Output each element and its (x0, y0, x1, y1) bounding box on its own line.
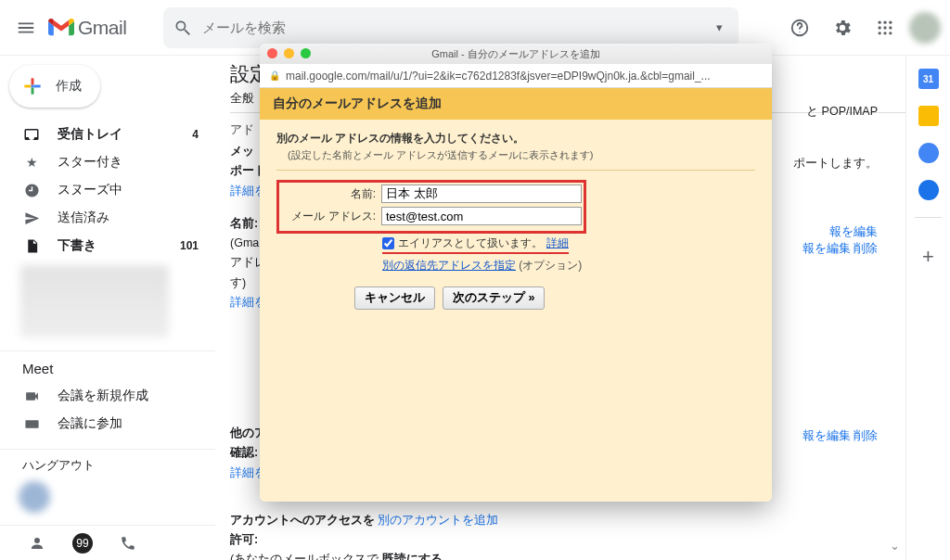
mailbox-link: 既読にする (382, 553, 443, 560)
dialog-titlebar: Gmail - 自分のメールアドレスを追加 (260, 44, 772, 64)
sidebar-item-drafts[interactable]: 下書き 101 (0, 232, 215, 260)
account-access-label: アカウントへのアクセスを (230, 514, 375, 527)
keep-icon[interactable] (918, 106, 939, 126)
search-options-icon[interactable]: ▾ (709, 18, 729, 38)
dialog-buttons: キャンセル 次のステップ » (354, 286, 755, 310)
dialog-body: 自分のメールアドレスを追加 別のメール アドレスの情報を入力してください。 (設… (260, 88, 772, 502)
maximize-window-icon[interactable] (301, 48, 311, 58)
close-window-icon[interactable] (267, 48, 277, 58)
minimize-window-icon[interactable] (284, 48, 294, 58)
form-highlight: 名前: メール アドレス: (276, 180, 586, 234)
name-label: 名前: (230, 217, 258, 230)
meet-new[interactable]: 会議を新規作成 (0, 382, 215, 410)
star-icon: ★ (22, 153, 41, 172)
permit-label: 許可: (230, 533, 258, 546)
sidebar-item-sent[interactable]: 送信済み (0, 204, 215, 232)
redacted-labels (20, 265, 169, 337)
send-icon (22, 209, 41, 227)
check-label: 確認: (230, 446, 258, 459)
gmail-logo[interactable]: Gmail (48, 17, 126, 39)
help-icon[interactable] (781, 9, 818, 46)
sidebar-item-label: スター付き (58, 154, 199, 171)
svg-rect-11 (32, 78, 34, 84)
right-link-edit-del2[interactable]: 報を編集 削除 (802, 428, 878, 444)
add-addon-icon[interactable]: + (918, 247, 939, 267)
alias-label: エイリアスとして扱います。 (398, 235, 543, 251)
right-link-supports: ポートします。 (793, 156, 878, 172)
name-input[interactable] (381, 185, 582, 203)
next-step-button[interactable]: 次のステップ » (443, 286, 545, 310)
plus-icon (20, 74, 45, 98)
svg-point-6 (883, 26, 886, 29)
header-icon-group (781, 9, 941, 46)
divider (276, 170, 755, 171)
svg-rect-15 (32, 85, 34, 88)
svg-point-5 (879, 26, 881, 29)
sidebar-item-inbox[interactable]: 受信トレイ 4 (0, 121, 215, 148)
camera-icon (22, 387, 41, 405)
name-field-label: 名前: (281, 186, 381, 202)
hangouts-icon[interactable]: 99 (72, 533, 93, 554)
sidebar: 作成 受信トレイ 4 ★ スター付き スヌーズ中 送信済み 下書き (0, 56, 215, 560)
svg-point-4 (889, 20, 892, 23)
phone-icon[interactable] (119, 534, 137, 553)
tab-general[interactable]: 全般 (230, 91, 254, 107)
right-link-edit1[interactable]: 報を編集 (829, 224, 878, 240)
svg-rect-13 (24, 85, 31, 88)
search-input[interactable] (193, 19, 709, 35)
inbox-icon (22, 125, 41, 144)
tab-pop-imap[interactable]: と POP/IMAP (806, 104, 878, 120)
tasks-icon[interactable] (918, 143, 939, 163)
svg-point-1 (799, 32, 800, 32)
sidebar-item-count: 4 (192, 128, 199, 141)
search-icon[interactable] (173, 18, 193, 38)
calendar-icon[interactable]: 31 (918, 69, 939, 89)
reply-to-row: 別の返信先アドレスを指定 (オプション) (382, 258, 755, 274)
dialog-mac-title: Gmail - 自分のメールアドレスを追加 (431, 47, 600, 61)
add-email-dialog: Gmail - 自分のメールアドレスを追加 🔒 mail.google.com/… (260, 44, 772, 502)
person-icon[interactable] (28, 534, 46, 553)
dialog-info-line: 別のメール アドレスの情報を入力してください。 (276, 131, 755, 146)
sidebar-item-label: 下書き (58, 237, 180, 254)
menu-icon[interactable] (6, 7, 46, 48)
gmail-text: Gmail (78, 17, 126, 39)
add-other-account-link[interactable]: 別のアカウントを追加 (378, 514, 498, 527)
msg-label: メッ (230, 145, 254, 158)
right-link-edit-del1[interactable]: 報を編集 削除 (802, 241, 878, 257)
alias-detail-link[interactable]: 詳細 (546, 235, 569, 251)
meet-section: Meet 会議を新規作成 会議に参加 (0, 350, 215, 438)
svg-point-8 (879, 32, 881, 34)
email-input[interactable] (381, 207, 582, 225)
avatar[interactable] (909, 12, 941, 44)
sidebar-item-snoozed[interactable]: スヌーズ中 (0, 176, 215, 204)
cancel-button[interactable]: キャンセル (354, 286, 435, 310)
lock-icon: 🔒 (269, 70, 280, 81)
apps-icon[interactable] (867, 9, 904, 46)
svg-rect-16 (25, 420, 38, 428)
gmail-icon (48, 18, 74, 38)
sidebar-item-label: スヌーズ中 (58, 182, 199, 198)
alias-checkbox[interactable] (382, 237, 394, 249)
email-field-label: メール アドレス: (281, 209, 381, 224)
gear-icon[interactable] (824, 9, 861, 46)
sidebar-item-count: 101 (180, 239, 199, 252)
search-bar[interactable]: ▾ (163, 7, 738, 48)
svg-rect-14 (33, 85, 40, 88)
meet-title: Meet (0, 361, 215, 376)
meet-join[interactable]: 会議に参加 (0, 410, 215, 438)
reply-to-note: (オプション) (519, 259, 582, 272)
keyboard-icon (22, 414, 41, 433)
scroll-down-icon[interactable]: ⌄ (890, 539, 900, 553)
compose-label: 作成 (56, 78, 82, 95)
contacts-icon[interactable] (918, 180, 939, 200)
side-panel: 31 + (905, 56, 950, 560)
hangout-title: ハングアウト (0, 457, 215, 474)
reply-to-link[interactable]: 別の返信先アドレスを指定 (382, 259, 516, 272)
svg-point-2 (879, 20, 881, 23)
compose-button[interactable]: 作成 (9, 65, 100, 108)
meet-join-label: 会議に参加 (58, 415, 199, 432)
svg-point-9 (883, 32, 886, 34)
hangout-avatar[interactable] (19, 481, 50, 513)
sidebar-item-starred[interactable]: ★ スター付き (0, 148, 215, 176)
svg-rect-12 (32, 87, 34, 94)
